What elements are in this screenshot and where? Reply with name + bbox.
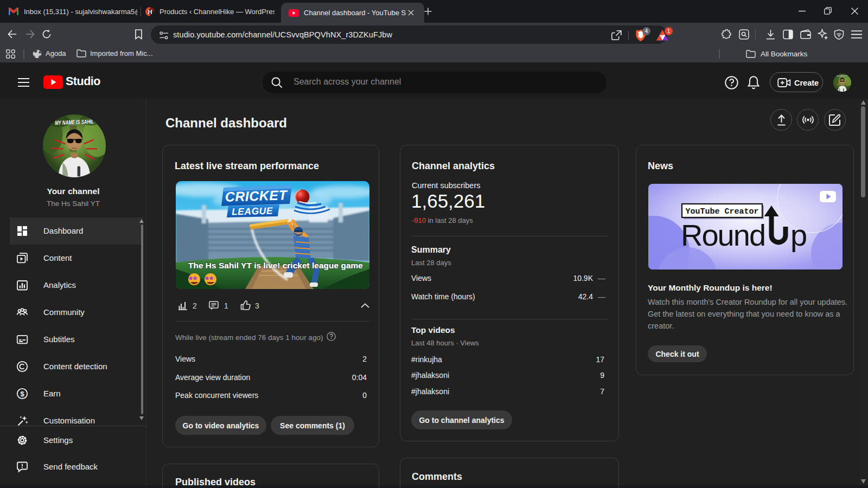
svg-text:$: $ (20, 390, 24, 398)
svg-text:CRICKET: CRICKET (225, 187, 289, 204)
svg-text:MY NAME IS SAHIL: MY NAME IS SAHIL (55, 118, 94, 126)
svg-text:Round: Round (681, 218, 765, 252)
svg-text:The Hs Sahil YT is live! crick: The Hs Sahil YT is live! cricket league … (188, 261, 363, 270)
svg-text:MY NAME IS SAHIL: MY NAME IS SAHIL (837, 75, 848, 78)
svg-text:p: p (790, 218, 806, 252)
svg-text:YouTube Creator: YouTube Creator (685, 207, 758, 216)
svg-text:LEAGUE: LEAGUE (232, 205, 273, 217)
svg-text:H: H (148, 8, 152, 15)
